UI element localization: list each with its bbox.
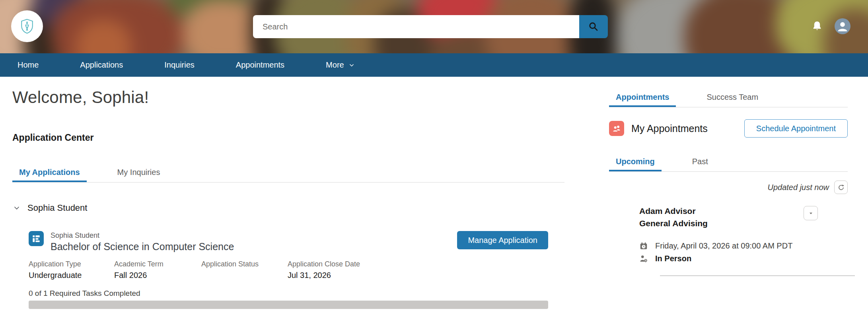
nav-item-applications[interactable]: Applications (80, 60, 123, 70)
tab-success-team[interactable]: Success Team (700, 92, 765, 107)
school-logo[interactable] (11, 10, 43, 42)
field-application-status: Application Status (201, 260, 288, 280)
tab-past[interactable]: Past (685, 157, 715, 171)
tasks-progress-bar (29, 301, 548, 309)
shield-torch-icon (18, 17, 36, 35)
program-name: Bachelor of Science in Computer Science (51, 241, 234, 252)
notifications-bell-icon[interactable] (811, 19, 823, 34)
user-avatar[interactable] (835, 18, 850, 34)
tab-my-applications[interactable]: My Applications (12, 167, 87, 182)
nav-item-inquiries[interactable]: Inquiries (164, 60, 195, 70)
field-application-close-date: Application Close Date Jul 31, 2026 (288, 260, 373, 280)
application-record-icon (29, 231, 44, 246)
tab-upcoming[interactable]: Upcoming (609, 157, 662, 171)
last-updated-text: Updated just now (767, 183, 829, 192)
my-appointments-title: My Appointments (631, 123, 708, 134)
welcome-heading: Welcome, Sophia! (12, 87, 565, 107)
search-input[interactable] (253, 15, 579, 38)
appointment-mode: In Person (655, 254, 691, 263)
appointment-card: Adam Advisor General Advising Friday, Ap… (609, 206, 848, 276)
appointments-panel: Appointments Success Team My Appointment… (609, 77, 848, 276)
applicant-group-header[interactable]: Sophia Student (12, 203, 565, 213)
last-updated-row: Updated just now (609, 181, 848, 194)
appointment-type: General Advising (639, 218, 848, 228)
nav-item-home[interactable]: Home (18, 60, 39, 70)
calendar-clock-icon (639, 242, 648, 250)
field-academic-term: Academic Term Fall 2026 (114, 260, 201, 280)
field-application-type: Application Type Undergraduate (29, 260, 114, 280)
nav-more-label: More (326, 60, 344, 70)
application-center-section: Welcome, Sophia! Application Center My A… (12, 77, 565, 309)
appointments-panel-tabs: Appointments Success Team (609, 92, 848, 107)
caret-down-icon (808, 210, 814, 216)
applicant-group-label: Sophia Student (27, 203, 87, 213)
chevron-down-icon (348, 62, 355, 69)
appointment-actions-menu-button[interactable] (804, 206, 818, 220)
application-center-tabs: My Applications My Inquiries (12, 167, 564, 183)
appointment-datetime: Friday, April 03, 2026 at 09:00 AM PDT (655, 241, 792, 250)
appointment-datetime-row: Friday, April 03, 2026 at 09:00 AM PDT (639, 241, 848, 250)
chevron-down-icon (12, 204, 21, 212)
appointments-people-icon (609, 121, 624, 136)
main-nav: Home Applications Inquiries Appointments… (0, 53, 868, 77)
search-icon (588, 21, 599, 33)
nav-item-more[interactable]: More (326, 60, 355, 70)
my-appointments-header: My Appointments Schedule Appointment (609, 119, 848, 138)
manage-application-button[interactable]: Manage Application (457, 231, 548, 249)
schedule-appointment-button[interactable]: Schedule Appointment (744, 119, 848, 138)
person-location-icon (639, 254, 648, 263)
application-fields: Application Type Undergraduate Academic … (29, 260, 548, 280)
appointments-sub-tabs: Upcoming Past (609, 157, 848, 172)
refresh-icon (837, 184, 845, 191)
required-tasks-text: 0 of 1 Required Tasks Completed (29, 289, 548, 298)
person-icon (835, 18, 850, 34)
global-search (253, 15, 608, 38)
application-center-title: Application Center (12, 132, 565, 143)
hero-banner (0, 0, 868, 53)
appointment-mode-row: In Person (639, 254, 848, 263)
application-card: Sophia Student Bachelor of Science in Co… (29, 231, 548, 309)
tab-appointments[interactable]: Appointments (609, 92, 676, 107)
refresh-button[interactable] (834, 181, 848, 194)
applicant-name: Sophia Student (51, 231, 234, 240)
search-button[interactable] (579, 15, 608, 38)
appointment-divider (660, 276, 855, 276)
tab-my-inquiries[interactable]: My Inquiries (111, 167, 167, 182)
nav-item-appointments[interactable]: Appointments (236, 60, 284, 70)
